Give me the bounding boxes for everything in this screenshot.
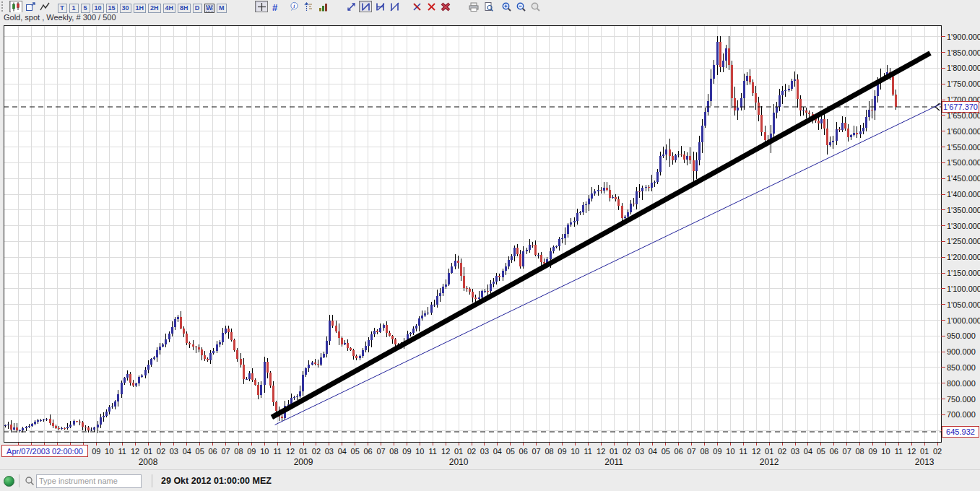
month-label: 10: [724, 447, 737, 456]
month-label: 10: [879, 447, 892, 456]
month-label: 01: [918, 447, 931, 456]
month-label: 02: [931, 447, 944, 456]
month-label: 07: [375, 447, 388, 456]
month-label: 08: [698, 447, 711, 456]
month-label: 01: [452, 447, 465, 456]
price-tick-label: 1'150.000: [947, 269, 980, 278]
month-label: 08: [232, 447, 245, 456]
price-tick-label: 1'500.000: [947, 158, 980, 168]
price-tick-label: 1'100.000: [947, 284, 980, 294]
price-tick-label: 1'050.000: [947, 300, 980, 310]
charting-application: T151015301H2H4H8HDWM # i: [0, 0, 980, 491]
month-label: 01: [142, 447, 155, 456]
month-label: 09: [555, 447, 568, 456]
month-label: 08: [854, 447, 867, 456]
price-tick-label: 750.000: [947, 395, 980, 404]
price-tick-label: 1'200.000: [947, 253, 980, 262]
month-label: 06: [517, 447, 530, 456]
month-label: 11: [581, 447, 594, 456]
price-tick-label: 1'300.000: [947, 222, 980, 231]
month-label: 12: [594, 447, 607, 456]
instrument-search: [24, 474, 142, 488]
month-label: 04: [336, 447, 349, 456]
price-tick-label: 700.000: [947, 410, 980, 420]
price-tick-label: 800.000: [947, 379, 980, 388]
month-label: 09: [867, 447, 880, 456]
month-label: 10: [413, 447, 426, 456]
month-label: 06: [828, 447, 841, 456]
month-label: 11: [892, 447, 905, 456]
year-label: 2008: [135, 457, 161, 467]
price-tick-label: 1'900.000: [947, 32, 980, 42]
month-label: 07: [685, 447, 698, 456]
month-label: 12: [750, 447, 763, 456]
month-label: 04: [646, 447, 659, 456]
month-label: 11: [271, 447, 284, 456]
month-label: 06: [362, 447, 375, 456]
month-label: 11: [426, 447, 439, 456]
price-tick-label: 950.000: [947, 331, 980, 341]
year-label: 2012: [756, 457, 782, 467]
month-label: 06: [207, 447, 220, 456]
cursor-date-box: Apr/07/2003 02:00:00: [1, 445, 88, 457]
month-label: 10: [258, 447, 271, 456]
month-label: 05: [194, 447, 207, 456]
month-label: 05: [659, 447, 672, 456]
year-label: 2010: [446, 457, 472, 467]
price-tick-label: 1'600.000: [947, 127, 980, 136]
month-label: 09: [400, 447, 413, 456]
horizontal-line-price-box: 645.932: [942, 426, 979, 438]
month-label: 04: [491, 447, 504, 456]
month-label: 11: [737, 447, 750, 456]
clock-label: 29 Okt 2012 01:00:00 MEZ: [161, 476, 272, 486]
month-label: 09: [245, 447, 258, 456]
month-label: 05: [349, 447, 362, 456]
month-label: 07: [530, 447, 543, 456]
year-label: 2011: [601, 457, 627, 467]
connection-status-icon: [4, 476, 14, 487]
month-label: 08: [387, 447, 400, 456]
price-tick-label: 850.000: [947, 363, 980, 373]
status-separator: [152, 474, 152, 487]
month-label: 01: [763, 447, 776, 456]
status-bar: 29 Okt 2012 01:00:00 MEZ: [0, 469, 980, 491]
month-label: 07: [841, 447, 854, 456]
month-label: 03: [168, 447, 181, 456]
month-label: 09: [711, 447, 724, 456]
price-tick-label: 1'400.000: [947, 190, 980, 199]
year-label: 2013: [911, 457, 937, 467]
month-label: 02: [310, 447, 323, 456]
price-tick-label: 1'850.000: [947, 48, 980, 58]
month-label: 05: [815, 447, 828, 456]
price-tick-label: 1'550.000: [947, 143, 980, 152]
price-tick-label: 1'750.000: [947, 79, 980, 89]
month-label: 10: [568, 447, 581, 456]
month-label: 04: [802, 447, 815, 456]
month-label: 02: [620, 447, 633, 456]
price-tick-label: 1'250.000: [947, 237, 980, 246]
month-label: 01: [607, 447, 620, 456]
month-label: 10: [103, 447, 116, 456]
price-tick-label: 1'450.000: [947, 174, 980, 183]
year-label: 2009: [290, 457, 316, 467]
month-label: 08: [543, 447, 556, 456]
month-label: 02: [776, 447, 789, 456]
month-label: 12: [905, 447, 918, 456]
month-label: 02: [465, 447, 478, 456]
month-label: 04: [181, 447, 194, 456]
month-label: 12: [439, 447, 452, 456]
price-tick-label: 1'350.000: [947, 206, 980, 215]
month-label: 09: [90, 447, 103, 456]
price-chart[interactable]: [0, 0, 980, 491]
month-label: 03: [478, 447, 491, 456]
month-label: 12: [284, 447, 297, 456]
month-label: 03: [633, 447, 646, 456]
month-label: 03: [323, 447, 336, 456]
status-separator: [19, 474, 19, 487]
instrument-search-input[interactable]: [36, 474, 142, 488]
search-icon: [24, 475, 35, 487]
price-tick-label: 1'800.000: [947, 64, 980, 73]
month-label: 11: [116, 447, 129, 456]
price-tick-label: 900.000: [947, 347, 980, 357]
price-tick-label: 1'000.000: [947, 316, 980, 326]
